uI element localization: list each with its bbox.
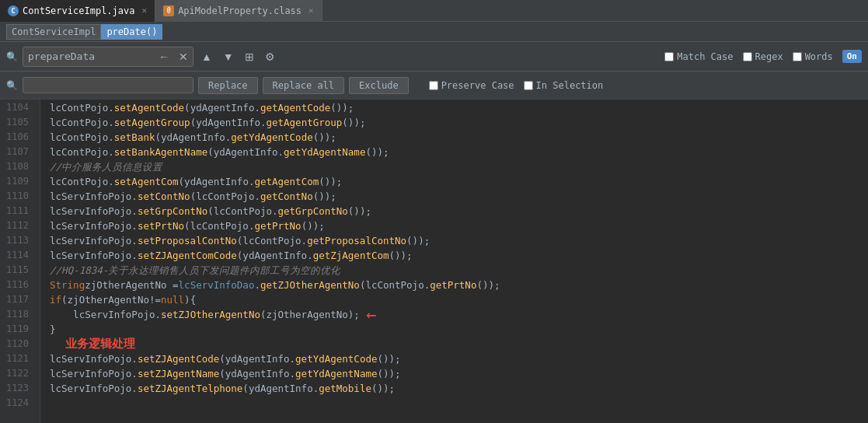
breadcrumb-class[interactable]: ContServiceImpl <box>6 24 101 40</box>
code-line-1108: //中介服务人员信息设置 <box>50 159 868 174</box>
code-line-1114: lcServInfoPojo.setZJAgentComCode(ydAgent… <box>50 248 868 263</box>
tab-cont-service[interactable]: C ContServiceImpl.java ✕ <box>0 0 155 22</box>
in-selection-checkbox[interactable] <box>524 81 533 90</box>
search-input-wrapper: ← ✕ <box>23 47 193 67</box>
code-line-1115: //HQ-1834-关于永达理销售人员下发问题件内部工号为空的优化 <box>50 263 868 278</box>
close-tab-api[interactable]: ✕ <box>309 5 314 16</box>
class-file-icon: @ <box>163 5 174 16</box>
words-checkbox[interactable] <box>793 52 802 61</box>
code-line-1123: lcServInfoPojo.setZJAgentTelphone(ydAgen… <box>50 381 868 396</box>
code-line-1121: lcServInfoPojo.setZJAgentCode(ydAgentInf… <box>50 351 868 366</box>
search-down-button[interactable]: ▼ <box>220 49 237 65</box>
code-line-1104: lcContPojo.setAgentCode(ydAgentInfo.getA… <box>50 100 868 115</box>
search-input[interactable] <box>28 51 152 62</box>
search-settings-button[interactable]: ⚙ <box>262 49 278 65</box>
search-bar: 🔍 ← ✕ ▲ ▼ ⊞ ⚙ Match Case Regex Words On <box>0 42 868 72</box>
regex-checkbox[interactable] <box>743 52 752 61</box>
chinese-annotation: 业务逻辑处理 <box>65 337 135 351</box>
code-line-1109: lcContPojo.setAgentCom(ydAgentInfo.getAg… <box>50 174 868 189</box>
code-line-1105: lcContPojo.setAgentGroup(ydAgentInfo.get… <box>50 115 868 130</box>
code-line-1119: } <box>50 322 868 337</box>
replace-all-button[interactable]: Replace all <box>263 77 344 94</box>
tab-label-api: ApiModelProperty.class <box>178 5 302 16</box>
code-editor: 1104 1105 1106 1107 1108 1109 1110 1111 … <box>0 100 868 423</box>
preserve-case-checkbox[interactable] <box>429 81 438 90</box>
code-line-1110: lcServInfoPojo.setContNo(lcContPojo.getC… <box>50 189 868 204</box>
on-badge: On <box>842 50 862 63</box>
code-line-1113: lcServInfoPojo.setProposalContNo(lcContP… <box>50 233 868 248</box>
close-tab-cont[interactable]: ✕ <box>142 5 148 16</box>
replace-input[interactable] <box>28 79 183 91</box>
code-line-1118: lcServInfoPojo.setZJOtherAgentNo(zjOther… <box>50 307 868 322</box>
tab-label-cont: ContServiceImpl.java <box>23 5 135 16</box>
line-numbers: 1104 1105 1106 1107 1108 1109 1110 1111 … <box>0 100 40 423</box>
code-content[interactable]: lcContPojo.setAgentCode(ydAgentInfo.getA… <box>40 100 868 423</box>
code-line-1124 <box>50 396 868 411</box>
code-line-1111: lcServInfoPojo.setGrpContNo(lcContPojo.g… <box>50 204 868 218</box>
search-highlight-button[interactable]: ⊞ <box>242 49 257 65</box>
code-line-1122: lcServInfoPojo.setZJAgentName(ydAgentInf… <box>50 366 868 381</box>
replace-search-icon: 🔍 <box>6 80 18 91</box>
regex-option[interactable]: Regex <box>743 51 783 62</box>
tab-bar: C ContServiceImpl.java ✕ @ ApiModelPrope… <box>0 0 868 22</box>
search-options: Match Case Regex Words On <box>664 50 862 63</box>
search-close-button[interactable]: ✕ <box>176 49 191 65</box>
exclude-button[interactable]: Exclude <box>349 77 409 94</box>
breadcrumb: ContServiceImpl preDate() <box>0 22 868 42</box>
code-line-1117: if(zjOtherAgentNo!=null){ <box>50 292 868 307</box>
match-case-checkbox[interactable] <box>664 52 674 61</box>
replace-button[interactable]: Replace <box>198 77 258 94</box>
preserve-case-option[interactable]: Preserve Case <box>429 80 514 91</box>
match-case-option[interactable]: Match Case <box>664 51 733 62</box>
code-line-1112: lcServInfoPojo.setPrtNo(lcContPojo.getPr… <box>50 218 868 233</box>
java-file-icon: C <box>8 5 19 16</box>
search-up-button[interactable]: ▲ <box>198 49 215 65</box>
in-selection-option[interactable]: In Selection <box>524 80 604 91</box>
code-line-1106: lcContPojo.setBank(ydAgentInfo.getYdAgen… <box>50 130 868 145</box>
red-arrow-annotation: ← <box>366 307 376 322</box>
breadcrumb-method[interactable]: preDate() <box>101 24 162 40</box>
code-line-1120: 业务逻辑处理 <box>50 337 868 351</box>
tab-api-model[interactable]: @ ApiModelProperty.class ✕ <box>155 0 322 22</box>
words-option[interactable]: Words <box>793 51 833 62</box>
search-icon: 🔍 <box>6 51 18 62</box>
code-line-1116: String zjOtherAgentNo = lcServInfoDao.ge… <box>50 278 868 292</box>
code-line-1107: lcContPojo.setBankAgentName(ydAgentInfo.… <box>50 145 868 159</box>
replace-bar: 🔍 Replace Replace all Exclude Preserve C… <box>0 72 868 100</box>
preserve-options: Preserve Case In Selection <box>429 80 604 91</box>
search-prev-button[interactable]: ← <box>155 49 173 65</box>
replace-input-wrapper <box>23 77 193 93</box>
